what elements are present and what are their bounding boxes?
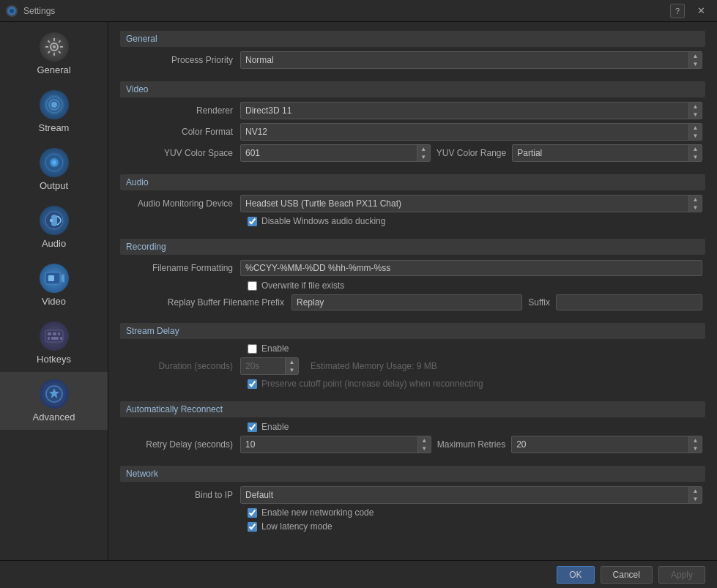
section-audio: Audio Audio Monitoring Device Headset US… bbox=[120, 174, 705, 236]
preserve-row: Preserve cutoff point (increase delay) w… bbox=[123, 379, 702, 389]
sidebar-item-video[interactable]: Video bbox=[0, 256, 108, 314]
sidebar-item-stream[interactable]: Stream bbox=[0, 83, 108, 141]
sidebar-item-output[interactable]: Output bbox=[0, 141, 108, 198]
renderer-value: Direct3D 11 bbox=[241, 103, 688, 119]
yuv-range-spinner[interactable]: ▲ ▼ bbox=[688, 145, 702, 161]
max-retries-spinner[interactable]: ▲ ▼ bbox=[688, 436, 702, 453]
stream-delay-enable-label[interactable]: Enable bbox=[261, 343, 289, 354]
help-button[interactable]: ? bbox=[670, 4, 685, 18]
audio-monitoring-control[interactable]: Headset USB (Turtle Beach PX11 Chat) ▲ ▼ bbox=[240, 195, 702, 212]
sidebar-item-general[interactable]: General bbox=[0, 25, 108, 83]
new-networking-label[interactable]: Enable new networking code bbox=[261, 507, 374, 518]
section-body-auto-reconnect: Enable Retry Delay (seconds) 10 ▲ ▼ Maxi… bbox=[120, 422, 705, 463]
low-latency-label[interactable]: Low latency mode bbox=[261, 521, 333, 532]
section-body-general: Process Priority Normal ▲ ▼ bbox=[120, 51, 705, 78]
duration-value: 20s bbox=[241, 358, 285, 374]
disable-ducking-label[interactable]: Disable Windows audio ducking bbox=[261, 216, 385, 226]
max-retries-value: 20 bbox=[512, 436, 688, 453]
spinner-up[interactable]: ▲ bbox=[689, 52, 702, 60]
bind-ip-control[interactable]: Default ▲ ▼ bbox=[240, 486, 702, 504]
retry-delay-row: Retry Delay (seconds) 10 ▲ ▼ Maximum Ret… bbox=[123, 436, 702, 453]
close-button[interactable]: ✕ bbox=[691, 4, 711, 18]
apply-button[interactable]: Apply bbox=[658, 566, 705, 584]
sidebar-item-advanced[interactable]: Advanced bbox=[0, 372, 108, 430]
new-networking-checkbox[interactable] bbox=[248, 508, 257, 518]
content-area: General Process Priority Normal ▲ ▼ bbox=[108, 22, 717, 560]
app-icon bbox=[6, 5, 18, 17]
stream-icon bbox=[40, 90, 69, 119]
retry-delay-control[interactable]: 10 ▲ ▼ bbox=[240, 436, 431, 453]
overwrite-label[interactable]: Overwrite if file exists bbox=[261, 280, 344, 291]
section-network: Network Bind to IP Default ▲ ▼ Enable ne bbox=[120, 466, 705, 541]
svg-rect-28 bbox=[48, 337, 50, 340]
yuv-space-label: YUV Color Space bbox=[123, 148, 240, 158]
process-priority-control[interactable]: Normal ▲ ▼ bbox=[240, 51, 702, 69]
stream-delay-enable-checkbox[interactable] bbox=[248, 344, 257, 354]
section-body-video: Renderer Direct3D 11 ▲ ▼ Color Format NV… bbox=[120, 102, 705, 171]
reconnect-enable-label[interactable]: Enable bbox=[261, 422, 289, 432]
section-auto-reconnect: Automatically Reconnect Enable Retry Del… bbox=[120, 401, 705, 463]
low-latency-checkbox[interactable] bbox=[248, 522, 257, 532]
prefix-input[interactable] bbox=[291, 294, 522, 310]
color-format-control[interactable]: NV12 ▲ ▼ bbox=[240, 123, 702, 141]
section-body-recording: Filename Formatting Overwrite if file ex… bbox=[120, 259, 705, 320]
overwrite-checkbox[interactable] bbox=[248, 281, 257, 291]
audio-monitoring-value: Headset USB (Turtle Beach PX11 Chat) bbox=[241, 196, 688, 212]
overwrite-row: Overwrite if file exists bbox=[123, 280, 702, 291]
retry-delay-value: 10 bbox=[241, 436, 417, 453]
preserve-label[interactable]: Preserve cutoff point (increase delay) w… bbox=[261, 379, 483, 389]
audio-icon bbox=[40, 206, 69, 235]
sidebar-label-advanced: Advanced bbox=[33, 412, 75, 423]
prefix-suffix-row: Replay Buffer Filename Prefix Suffix bbox=[123, 294, 702, 310]
max-retries-label: Maximum Retries bbox=[437, 439, 505, 450]
suffix-input[interactable] bbox=[556, 294, 702, 310]
color-format-row: Color Format NV12 ▲ ▼ bbox=[123, 123, 702, 141]
duration-control[interactable]: 20s ▲ ▼ bbox=[240, 357, 299, 375]
yuv-range-control[interactable]: Partial ▲ ▼ bbox=[512, 144, 702, 162]
section-header-general: General bbox=[120, 31, 705, 47]
renderer-label: Renderer bbox=[123, 105, 240, 116]
svg-rect-23 bbox=[48, 275, 54, 281]
yuv-space-control[interactable]: 601 ▲ ▼ bbox=[240, 144, 431, 162]
sidebar-label-hotkeys: Hotkeys bbox=[37, 354, 71, 365]
renderer-control[interactable]: Direct3D 11 ▲ ▼ bbox=[240, 102, 702, 119]
section-header-stream-delay: Stream Delay bbox=[120, 323, 705, 339]
spinner-down[interactable]: ▼ bbox=[689, 60, 702, 68]
yuv-space-value: 601 bbox=[241, 145, 417, 161]
ok-button[interactable]: OK bbox=[557, 566, 594, 584]
process-priority-spinner[interactable]: ▲ ▼ bbox=[688, 52, 702, 68]
section-general: General Process Priority Normal ▲ ▼ bbox=[120, 31, 705, 78]
section-header-recording: Recording bbox=[120, 239, 705, 255]
process-priority-label: Process Priority bbox=[123, 55, 240, 65]
preserve-checkbox[interactable] bbox=[248, 379, 257, 389]
color-format-value: NV12 bbox=[241, 124, 688, 140]
retry-delay-label: Retry Delay (seconds) bbox=[123, 439, 240, 450]
reconnect-enable-checkbox[interactable] bbox=[248, 423, 257, 432]
svg-point-18 bbox=[52, 160, 56, 165]
audio-monitoring-spinner[interactable]: ▲ ▼ bbox=[688, 196, 702, 212]
svg-point-1 bbox=[10, 9, 14, 13]
svg-marker-22 bbox=[62, 274, 64, 283]
retry-delay-spinner[interactable]: ▲ ▼ bbox=[417, 436, 431, 453]
bind-ip-spinner[interactable]: ▲ ▼ bbox=[688, 487, 702, 503]
duration-spinner[interactable]: ▲ ▼ bbox=[285, 358, 298, 374]
yuv-space-spinner[interactable]: ▲ ▼ bbox=[417, 145, 430, 161]
filename-input[interactable] bbox=[240, 260, 702, 276]
renderer-spinner[interactable]: ▲ ▼ bbox=[688, 103, 702, 119]
sidebar-item-hotkeys[interactable]: Hotkeys bbox=[0, 314, 108, 372]
max-retries-control[interactable]: 20 ▲ ▼ bbox=[511, 436, 702, 453]
disable-ducking-row: Disable Windows audio ducking bbox=[123, 216, 702, 226]
general-icon bbox=[40, 32, 69, 62]
renderer-row: Renderer Direct3D 11 ▲ ▼ bbox=[123, 102, 702, 119]
sidebar-item-audio[interactable]: Audio bbox=[0, 198, 108, 256]
duration-label: Duration (seconds) bbox=[123, 361, 240, 371]
cancel-button[interactable]: Cancel bbox=[601, 566, 653, 584]
section-body-network: Bind to IP Default ▲ ▼ Enable new networ… bbox=[120, 486, 705, 541]
color-format-label: Color Format bbox=[123, 127, 240, 137]
section-stream-delay: Stream Delay Enable Duration (seconds) 2… bbox=[120, 323, 705, 398]
color-format-spinner[interactable]: ▲ ▼ bbox=[688, 124, 702, 140]
duration-row: Duration (seconds) 20s ▲ ▼ Estimated Mem… bbox=[123, 357, 702, 375]
filename-row: Filename Formatting bbox=[123, 259, 702, 277]
disable-ducking-checkbox[interactable] bbox=[248, 217, 257, 226]
section-body-audio: Audio Monitoring Device Headset USB (Tur… bbox=[120, 195, 705, 236]
